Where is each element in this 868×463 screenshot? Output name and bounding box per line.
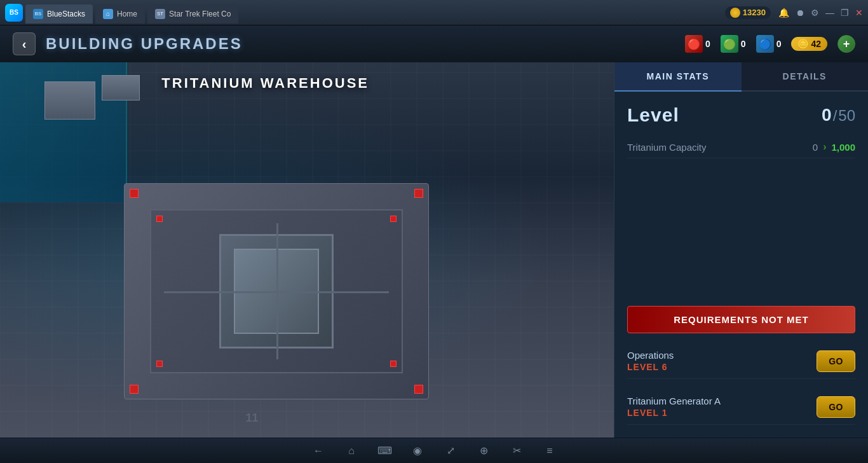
level-values: 0 / 50	[822, 105, 855, 125]
close-icon[interactable]: ✕	[855, 8, 863, 18]
stat-next-tritanium-capacity: 1,000	[831, 142, 855, 153]
tab-home[interactable]: ⌂ Home	[95, 4, 145, 24]
bluestacks-tab-label: BlueStacks	[47, 10, 85, 18]
stat-arrow-icon: ›	[823, 141, 826, 153]
level-row: Level 0 / 50	[627, 104, 855, 126]
page-title: BUILDING UPGRADES	[46, 35, 243, 53]
corner-marker-tr	[414, 189, 423, 198]
title-bar-controls: 🔔 ⏺ ⚙ — ❐ ✕	[778, 8, 863, 18]
requirement-row-tritanium-gen: Tritanium Generator A LEVEL 1 GO	[627, 389, 855, 425]
game-tab-label: Star Trek Fleet Co	[169, 10, 231, 18]
settings-icon[interactable]: ⚙	[811, 8, 819, 18]
record-icon[interactable]: ⏺	[796, 8, 804, 18]
resource-blue-amount: 0	[776, 39, 782, 49]
tab-main-stats[interactable]: MAIN STATS	[614, 62, 742, 92]
gold-icon: 🪙	[797, 39, 808, 49]
taskbar-back-button[interactable]: ←	[308, 442, 329, 460]
spacer	[627, 169, 855, 296]
platform-outer	[124, 183, 429, 399]
resource-blue-icon: 🔵	[756, 35, 774, 53]
panel-tabs: MAIN STATS DETAILS	[614, 62, 868, 92]
floor-marker-11: 11	[245, 411, 258, 425]
stat-current-tritanium-capacity: 0	[813, 142, 818, 153]
inner-corner-br	[390, 361, 397, 367]
level-label: Level	[627, 104, 679, 126]
bluestacks-tab-icon: BS	[33, 9, 43, 19]
resource-green-amount: 0	[741, 39, 746, 49]
requirement-row-operations: Operations LEVEL 6 GO	[627, 343, 855, 379]
tab-details[interactable]: DETAILS	[742, 62, 869, 92]
coin-icon	[730, 8, 740, 18]
resource-red: 🔴 0	[685, 35, 710, 53]
tab-game[interactable]: ST Star Trek Fleet Co	[147, 4, 238, 24]
notification-icon[interactable]: 🔔	[778, 8, 789, 18]
game-tab-icon: ST	[155, 9, 165, 19]
inner-corner-bl	[156, 361, 163, 367]
gold-pack: 🪙 42	[791, 37, 827, 51]
game-topbar: ‹ BUILDING UPGRADES 🔴 0 🟢 0 🔵 0 🪙 42 +	[0, 25, 868, 62]
taskbar-pin-button[interactable]: ⊕	[473, 442, 494, 460]
level-current: 0	[822, 105, 832, 125]
connector-vertical	[276, 223, 278, 359]
building-name: TRITANIUM WAREHOUSE	[161, 75, 369, 92]
currency-display: 13230	[725, 6, 771, 19]
panel-content: Level 0 / 50 Tritanium Capacity 0 › 1,00…	[614, 92, 868, 438]
corner-marker-bl	[130, 385, 139, 394]
requirement-building-tritanium-gen: Tritanium Generator A	[627, 396, 721, 406]
go-button-tritanium-gen[interactable]: GO	[817, 396, 855, 418]
resource-red-amount: 0	[705, 39, 710, 49]
stat-row-tritanium-capacity: Tritanium Capacity 0 › 1,000	[627, 136, 855, 158]
inner-corner-tr	[390, 216, 397, 222]
requirement-building-operations: Operations	[627, 350, 674, 361]
home-tab-icon: ⌂	[103, 9, 113, 19]
back-button[interactable]: ‹	[13, 32, 36, 55]
taskbar-keyboard-button[interactable]: ⌨	[374, 442, 395, 460]
background-building-1	[44, 81, 95, 120]
corner-marker-br	[414, 385, 423, 394]
minimize-icon[interactable]: —	[825, 8, 834, 18]
taskbar-resize-button[interactable]: ⤢	[440, 442, 461, 460]
stat-name-tritanium-capacity: Tritanium Capacity	[627, 142, 706, 153]
taskbar-menu-button[interactable]: ≡	[539, 442, 560, 460]
resource-icons: 🔴 0 🟢 0 🔵 0 🪙 42 +	[685, 35, 855, 53]
title-bar: BS BS BlueStacks ⌂ Home ST Star Trek Fle…	[0, 0, 868, 25]
taskbar-home-button[interactable]: ⌂	[341, 442, 362, 460]
title-bar-left: BS BS BlueStacks ⌂ Home ST Star Trek Fle…	[5, 2, 238, 24]
resource-red-icon: 🔴	[685, 35, 703, 53]
requirement-info-tritanium-gen: Tritanium Generator A LEVEL 1	[627, 396, 721, 418]
currency-amount: 13230	[743, 8, 766, 17]
requirements-banner: REQUIREMENTS NOT MET	[627, 306, 855, 333]
corner-marker-tl	[130, 189, 139, 198]
bluestacks-logo: BS	[5, 4, 23, 22]
requirement-info-operations: Operations LEVEL 6	[627, 350, 674, 372]
home-tab-label: Home	[117, 10, 137, 18]
go-button-operations[interactable]: GO	[817, 350, 855, 372]
background-building-2	[102, 75, 140, 100]
resource-blue: 🔵 0	[756, 35, 782, 53]
side-panel: MAIN STATS DETAILS Level 0 / 50	[614, 62, 868, 438]
game-area: ‹ BUILDING UPGRADES 🔴 0 🟢 0 🔵 0 🪙 42 +	[0, 25, 868, 438]
tab-bluestacks[interactable]: BS BlueStacks	[25, 4, 93, 24]
resource-green-icon: 🟢	[721, 35, 738, 53]
game-content: TRITANIUM WAREHOUSE	[0, 62, 868, 438]
add-currency-button[interactable]: +	[837, 35, 855, 53]
inner-corner-tl	[156, 216, 163, 222]
restore-icon[interactable]: ❐	[841, 8, 849, 18]
level-max: 50	[838, 107, 855, 125]
taskbar-eye-button[interactable]: ◉	[407, 442, 428, 460]
stat-values-tritanium-capacity: 0 › 1,000	[813, 141, 855, 153]
gold-amount: 42	[811, 39, 821, 49]
level-separator: /	[833, 107, 837, 125]
platform-inner	[150, 209, 403, 373]
building-platform	[124, 183, 429, 399]
taskbar-cut-button[interactable]: ✂	[506, 442, 527, 460]
building-scene: TRITANIUM WAREHOUSE	[0, 62, 614, 438]
taskbar: ← ⌂ ⌨ ◉ ⤢ ⊕ ✂ ≡	[0, 438, 868, 463]
resource-green: 🟢 0	[721, 35, 746, 53]
title-bar-right: 13230 🔔 ⏺ ⚙ — ❐ ✕	[725, 6, 863, 19]
requirement-level-tritanium-gen: LEVEL 1	[627, 408, 721, 418]
requirement-level-operations: LEVEL 6	[627, 362, 674, 372]
